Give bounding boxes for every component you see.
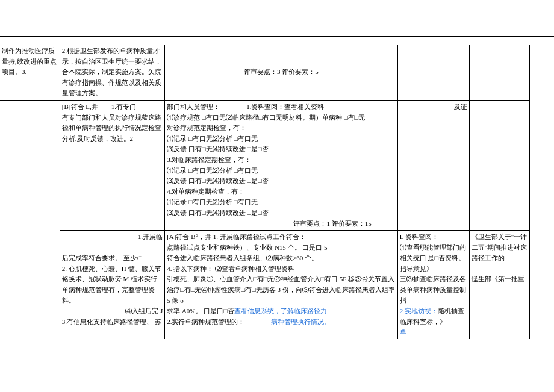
text: 2.实行单病种规范管理的： [167,318,244,325]
text: 指导意见》 [400,265,433,272]
text: 2. 心肌梗死、心衰、H 髓、膝关节铬换术、冠状动脉旁 M 植术实行单病种规范管… [62,265,161,304]
cell-r3c1 [0,231,60,339]
text: 1.资料查阅：查看相关资料 [246,103,324,110]
cell-r2c2: [B]符合 L,并 1.有专门 有专门部门和人员对诊疗规蓝床路径和单病种管理的执… [60,100,164,230]
text: L 资料查阅： [400,233,438,240]
text: ⑶反馈 口有□无⑷持续改进 □是□否 [167,145,268,152]
cell-r2c3: 部门和人员管理： 1.资料查阅：查看相关资料 ⑴诊疗规范 □有口无⑵临床路径□有… [165,100,398,230]
text: 后完成率符合要求。 至少∈ [62,254,142,261]
table-row: 制作为推动医疗质量持,续改进的重点项目。3. 2.根据卫生部发布的单病种质量才示… [0,45,530,100]
cell-r1c4 [397,45,469,100]
table-row: [B]符合 L,并 1.有专门 有专门部门和人员对诊疗规蓝床路径和单病种管理的执… [0,100,530,230]
cell-r1c1: 制作为推动医疗质量持,续改进的重点项目。3. [0,45,60,100]
text-highlight: 病种管理执行情况。 [271,318,331,325]
text: ⑴记录 □有口无⑵分析 □有口无 [167,198,258,205]
text: 1.有专门 [111,103,136,110]
cell-r2c1 [0,100,60,230]
text: 对诊疗规范定期检查，有： [167,124,246,131]
text-highlight: 2 实地访视： [400,307,438,314]
text: ⑴记录 □有口无⑵分析 □有口无 [167,167,258,174]
text: 4. 括以下病种： ⑵查看单病种相关管理资料 [167,265,294,272]
text: [B]符合 L,并 [62,103,98,110]
text: 3.对临床路径定期检查，有： [167,156,251,163]
cell-r3c4: L 资料查阅： ⑴查看职能管理部门的相关统口 是□否资料。 指导意见》 三⑶抽查… [397,231,469,339]
text-highlight: 查看信息系统，了解临床路径力 [234,307,327,314]
text: ⑷入组后完 J [125,307,163,314]
text: 三⑶抽查临床路径及各类单病种病种质量控制指 [400,275,466,303]
text: 怪生部《第一批重 [472,275,524,282]
text: ⑴诊疗规范 □有口无⑵临床路径□有口无明材料。期）单病种 □有□无 [167,114,365,121]
text: 求率 A0%。 口是口□否 [167,307,234,314]
text: 有专门部门和人员对诊疗规蓝床路径和单病种管理的执行情况定检查分析,及时反馈，改进… [62,114,161,142]
text: 评审要点：1 评价要素：15 [293,220,371,227]
text: ⑶反馈 口有□无⑷持续改进 □是□否 [167,177,268,184]
text: 《卫生部关于"一计二五"期间推进衬床路径工作的 [472,233,528,261]
text: 引梗死、肺炎①、心血管介入□有□无②神经血管介入□有口 5F 移③骨关节置入治疗… [167,275,395,303]
text: 部门和人员管理： [167,103,220,110]
text: 3.有信息化支持临床路径管理、·苏 [62,318,161,325]
cell-r3c5: 《卫生部关于"一计二五"期间推进衬床路径工作的 怪生部《第一批重 [469,231,529,339]
text: ⑶反馈 口有□无⑷持续改进 □是□否 [167,209,268,216]
text: ⑴查看职能管理部门的相关统口 是□否资料。 [400,244,466,262]
table-row: 1.开展临 后完成率符合要求。 至少∈ 2. 心肌梗死、心衰、H 髓、膝关节铬换… [0,231,530,339]
cell-r3c3: [A]符合 B°，并 1. 开展临床路径试点工作符合： 点路径试点专业和病种铁）… [165,231,398,339]
cell-r1c3: 评审要点：3 评价要素：5 [165,45,398,100]
cell-r1c2: 2.根据卫生部发布的单病种质量才示，按自治区卫生厅统一要求结，合本院实际，制定实… [60,45,164,100]
text-highlight: 单 [400,328,406,335]
cell-r3c2: 1.开展临 后完成率符合要求。 至少∈ 2. 心肌梗死、心衰、H 髓、膝关节铬换… [60,231,164,339]
text: 4.对单病种定期检查，有： [167,188,244,195]
text: 符合进入临床路径患者入组条组、⑵病种数≥60 个。 [167,254,318,261]
text: 1.开展临 [138,233,163,240]
cell-r2c5 [469,100,529,230]
text: [A]符合 B°，并 1. 开展临床路径试点工作符合： [167,233,306,240]
text: ⑴记录 □有口无⑵分析 □有口无 [167,135,258,142]
cell-r1c5 [469,45,529,100]
cell-r2c4: 及证 [397,100,469,230]
text: 点路径试点专业和病种铁）、专业数 N15 个。 口是口 5 [167,244,327,251]
